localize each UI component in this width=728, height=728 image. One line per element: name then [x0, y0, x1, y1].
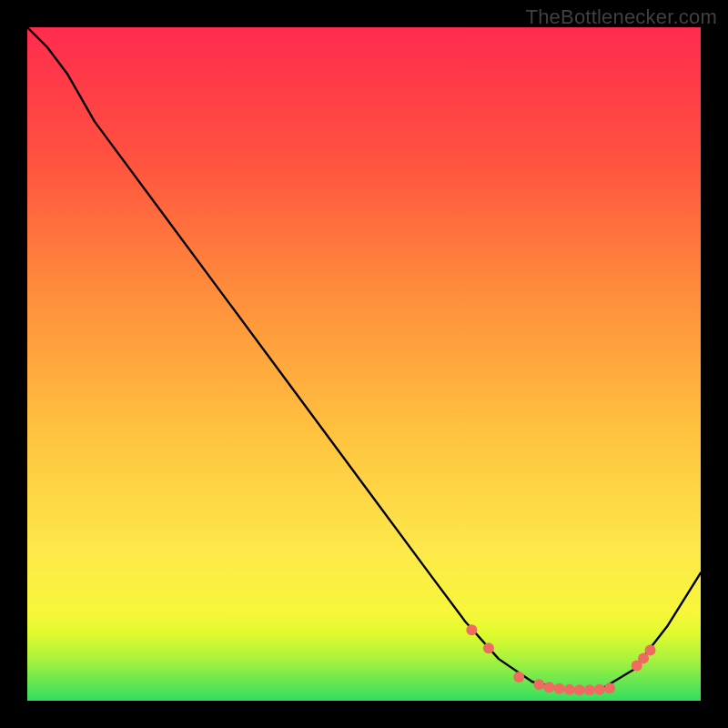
data-marker	[544, 682, 555, 693]
data-marker	[533, 679, 544, 690]
data-marker	[594, 684, 605, 695]
data-marker	[554, 683, 565, 694]
data-marker	[466, 624, 477, 635]
gradient-background	[27, 27, 701, 701]
data-marker	[483, 642, 494, 653]
chart-svg	[27, 27, 701, 701]
data-marker	[604, 682, 615, 693]
data-marker	[513, 672, 524, 682]
data-marker	[645, 645, 656, 656]
data-marker	[584, 684, 595, 695]
plot-area	[27, 27, 701, 701]
data-marker	[564, 684, 575, 695]
data-marker	[574, 684, 585, 695]
watermark-label: TheBottlenecker.com	[526, 5, 717, 29]
chart-container: TheBottlenecker.com	[0, 0, 728, 728]
